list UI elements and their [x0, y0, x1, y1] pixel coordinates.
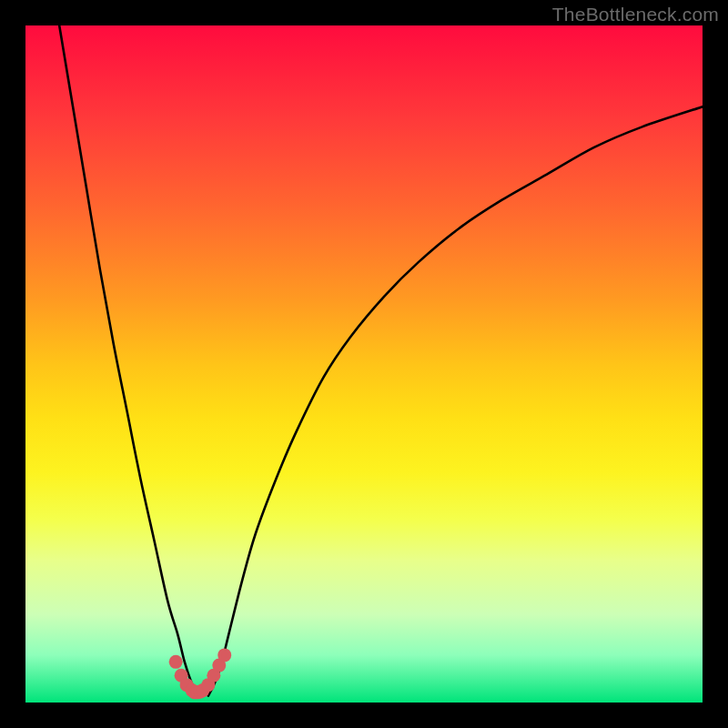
watermark-text: TheBottleneck.com [552, 4, 719, 25]
well-marker [217, 648, 231, 662]
left-branch [59, 25, 198, 696]
right-branch [208, 106, 703, 695]
plot-area [25, 25, 703, 703]
bottleneck-curve [25, 25, 703, 703]
chart-frame: TheBottleneck.com [0, 0, 728, 728]
well-marker [169, 655, 183, 669]
